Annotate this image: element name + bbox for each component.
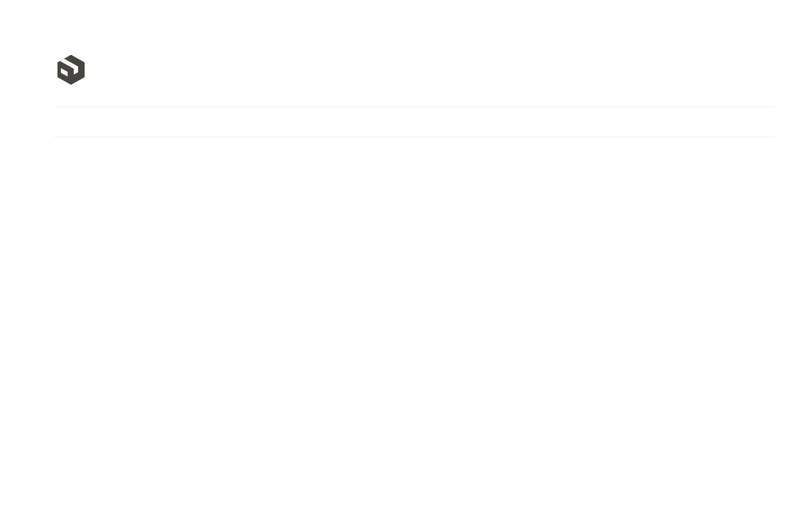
tasks-section — [54, 137, 812, 147]
projects-tabs — [54, 107, 775, 107]
projects-section — [54, 107, 812, 117]
tasks-tabs — [54, 137, 775, 137]
package-icon — [54, 52, 88, 87]
page — [0, 52, 812, 147]
